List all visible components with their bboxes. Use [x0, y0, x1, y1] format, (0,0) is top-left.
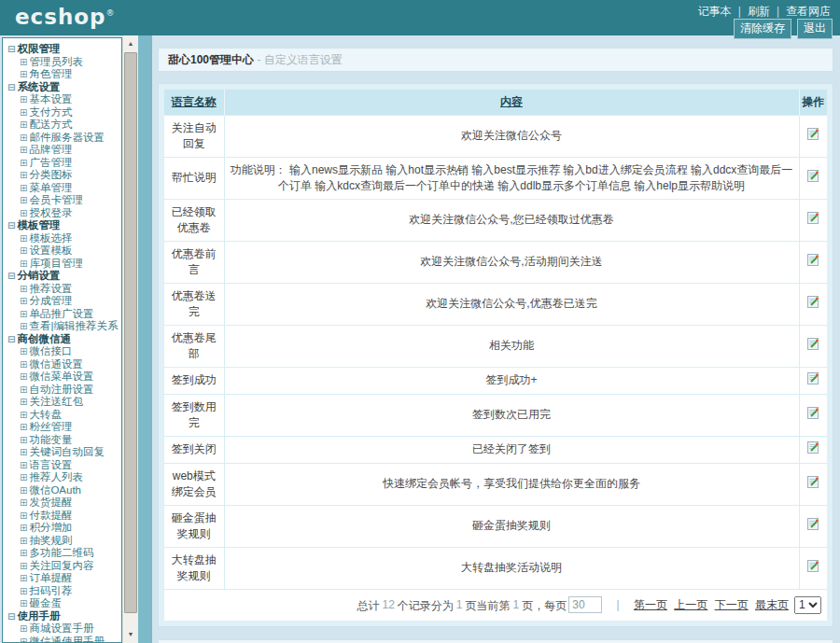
edit-icon[interactable] — [807, 170, 819, 182]
sidebar-section-header[interactable]: ⊟使用手册 — [7, 610, 119, 623]
expand-icon: ⊞ — [20, 410, 27, 420]
sidebar-section-header[interactable]: ⊟分销设置 — [7, 270, 119, 283]
sidebar-item[interactable]: ⊞菜单管理 — [7, 182, 119, 195]
edit-icon[interactable] — [807, 518, 819, 530]
sidebar-item[interactable]: ⊞积分增加 — [7, 522, 119, 535]
sidebar-item[interactable]: ⊞功能变量 — [7, 434, 119, 447]
sidebar-item[interactable]: ⊞订单提醒 — [7, 572, 119, 585]
sidebar-item[interactable]: ⊞关注送红包 — [7, 396, 119, 409]
edit-icon[interactable] — [807, 254, 819, 266]
sidebar-item[interactable]: ⊞模板选择 — [7, 232, 119, 245]
sidebar-item[interactable]: ⊞商城设置手册 — [7, 622, 119, 636]
sidebar-item[interactable]: ⊞库项目管理 — [7, 258, 119, 271]
sidebar-item[interactable]: ⊞角色管理 — [7, 68, 119, 81]
edit-icon[interactable] — [807, 212, 819, 224]
per-page-input[interactable] — [568, 596, 602, 613]
sidebar-item-label: 微信接口 — [29, 345, 72, 356]
sidebar-item[interactable]: ⊞会员卡管理 — [7, 194, 119, 207]
edit-icon[interactable] — [807, 338, 819, 350]
page-select[interactable]: 1 — [794, 596, 821, 614]
header-button[interactable]: 退出 — [797, 19, 833, 39]
sidebar-item[interactable]: ⊞语言设置 — [7, 459, 119, 472]
pagination: 总计12个记录分为1页当前第1页，每页｜第一页 上一页 下一页 最末页1 — [164, 589, 827, 621]
header-link[interactable]: 记事本 — [698, 5, 732, 18]
sidebar-item[interactable]: ⊞基本设置 — [7, 93, 119, 106]
sidebar-item[interactable]: ⊞品牌管理 — [7, 144, 119, 157]
sidebar-item[interactable]: ⊞付款提醒 — [7, 510, 119, 523]
collapse-icon[interactable]: ⊟ — [7, 611, 15, 622]
sidebar-item[interactable]: ⊞多功能二维码 — [7, 547, 119, 560]
collapse-icon[interactable]: ⊟ — [7, 334, 15, 344]
table-row: 大转盘抽奖规则 大转盘抽奖活动说明 — [164, 547, 827, 589]
sidebar-item[interactable]: ⊞关注回复内容 — [7, 560, 119, 573]
sidebar-item[interactable]: ⊞抽奖规则 — [7, 535, 119, 548]
sidebar-item[interactable]: ⊞广告管理 — [7, 157, 119, 170]
edit-icon[interactable] — [807, 372, 819, 384]
edit-icon[interactable] — [807, 296, 819, 308]
edit-icon[interactable] — [807, 476, 819, 488]
language-content-cell: 欢迎关注微信公众号,您已经领取过优惠卷 — [224, 199, 799, 241]
sidebar-item[interactable]: ⊞授权登录 — [7, 207, 119, 220]
sort-name-link[interactable]: 语言名称 — [172, 95, 217, 108]
edit-icon[interactable] — [807, 560, 819, 572]
sidebar-section-header[interactable]: ⊟权限管理 — [7, 43, 119, 56]
first-page-link[interactable]: 第一页 — [634, 598, 667, 611]
prev-page-link[interactable]: 上一页 — [674, 598, 707, 611]
next-page-link[interactable]: 下一页 — [715, 598, 749, 611]
last-page-link[interactable]: 最末页 — [755, 598, 789, 611]
scroll-up-icon[interactable]: ▲ — [123, 37, 138, 50]
sidebar-item[interactable]: ⊞邮件服务器设置 — [7, 132, 119, 145]
edit-icon[interactable] — [807, 407, 819, 419]
action-cell — [799, 505, 827, 547]
language-content-cell: 签到成功+ — [224, 367, 799, 394]
collapse-icon[interactable]: ⊟ — [7, 220, 15, 231]
sidebar-item[interactable]: ⊞微信菜单设置 — [7, 370, 119, 384]
sidebar-section-header[interactable]: ⊟系统设置 — [7, 81, 119, 94]
sidebar-item[interactable]: ⊞微信接口 — [7, 345, 119, 358]
sidebar-section-header[interactable]: ⊟模板管理 — [7, 219, 119, 232]
sidebar-item[interactable]: ⊞微信通使用手册 — [7, 636, 119, 643]
expand-icon: ⊞ — [20, 485, 27, 496]
edit-icon[interactable] — [807, 128, 819, 140]
sidebar-item[interactable]: ⊞推荐人列表 — [7, 471, 119, 484]
sidebar-item[interactable]: ⊞分类图标 — [7, 169, 119, 182]
splitter-bar[interactable] — [138, 35, 152, 643]
sidebar-item[interactable]: ⊞扫码引荐 — [7, 585, 119, 598]
sidebar-item[interactable]: ⊞设置模板 — [7, 245, 119, 258]
collapse-icon[interactable]: ⊟ — [7, 82, 15, 92]
collapse-icon[interactable]: ⊟ — [7, 44, 15, 54]
sidebar-item[interactable]: ⊞查看|编辑推荐关系 — [7, 320, 119, 333]
sidebar-item[interactable]: ⊞支付方式 — [7, 106, 119, 119]
sidebar-item[interactable]: ⊞砸金蛋 — [7, 597, 119, 610]
table-row: 签到成功 签到成功+ — [164, 367, 827, 394]
sidebar-menu: ⊟权限管理⊞管理员列表⊞角色管理⊟系统设置⊞基本设置⊞支付方式⊞配送方式⊞邮件服… — [2, 37, 122, 643]
sidebar-item[interactable]: ⊞配送方式 — [7, 119, 119, 132]
sidebar-item[interactable]: ⊞微信通设置 — [7, 358, 119, 371]
expand-icon: ⊞ — [20, 259, 27, 269]
column-header-action: 操作 — [799, 90, 827, 115]
sidebar-item[interactable]: ⊞粉丝管理 — [7, 421, 119, 434]
header-link[interactable]: 刷新 — [748, 5, 770, 18]
sidebar-item[interactable]: ⊞分成管理 — [7, 295, 119, 308]
sidebar-item[interactable]: ⊞单品推广设置 — [7, 308, 119, 321]
edit-icon[interactable] — [807, 441, 819, 454]
sidebar-scrollbar[interactable]: ▲ ▼ — [122, 35, 138, 643]
collapse-icon[interactable]: ⊟ — [7, 271, 15, 281]
sidebar-item[interactable]: ⊞微信OAuth — [7, 484, 119, 497]
header-link[interactable]: 查看网店 — [786, 5, 831, 18]
sidebar-item[interactable]: ⊞关键词自动回复 — [7, 446, 119, 459]
scroll-down-icon[interactable]: ▼ — [123, 628, 138, 641]
language-content-cell: 砸金蛋抽奖规则 — [224, 505, 799, 547]
sidebar-item[interactable]: ⊞发货提醒 — [7, 496, 119, 510]
header-button[interactable]: 清除缓存 — [734, 19, 791, 39]
table-row: 签到关闭 已经关闭了签到 — [164, 436, 827, 463]
ecshop-logo[interactable]: ecshop® — [15, 5, 116, 29]
sidebar-item[interactable]: ⊞管理员列表 — [7, 56, 119, 69]
sort-content-link[interactable]: 内容 — [500, 95, 523, 108]
sidebar-item[interactable]: ⊞自动注册设置 — [7, 384, 119, 397]
sidebar-item-label: 关注回复内容 — [29, 560, 93, 571]
sidebar-item[interactable]: ⊞大转盘 — [7, 409, 119, 422]
sidebar-item[interactable]: ⊞推荐设置 — [7, 283, 119, 296]
sidebar-section-header[interactable]: ⊟商创微信通 — [7, 333, 119, 346]
scrollbar-thumb[interactable] — [124, 52, 137, 613]
